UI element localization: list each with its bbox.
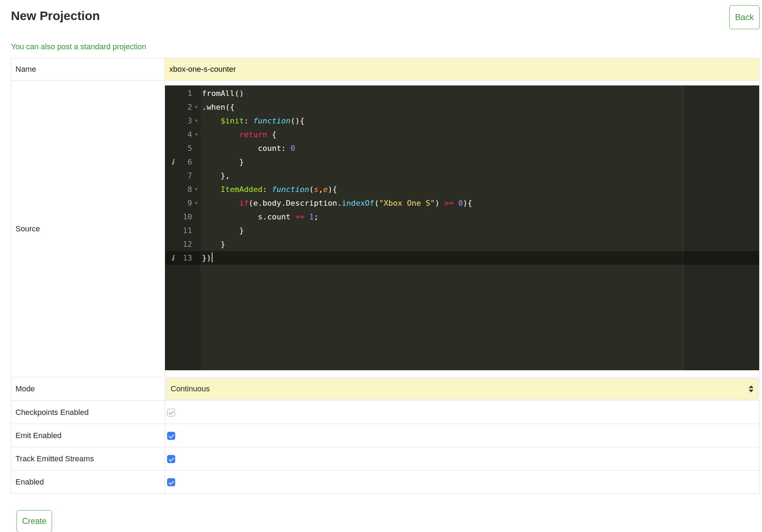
track-emitted-streams-checkbox[interactable] <box>167 455 175 463</box>
source-code-editor[interactable]: 1fromAll()2▾.when({3▾ $init: function(){… <box>165 85 759 370</box>
source-row: Source 1fromAll()2▾.when({3▾ $init: func… <box>11 81 760 377</box>
editor-line: 2▾.when({ <box>165 100 759 114</box>
gutter-cell: 1 <box>165 86 201 100</box>
editor-line: 3▾ $init: function(){ <box>165 114 759 128</box>
line-number: 6 <box>188 155 192 169</box>
fold-arrow-icon[interactable]: ▾ <box>192 182 201 196</box>
code-line: return { <box>201 128 759 141</box>
code-line: .when({ <box>201 100 759 114</box>
code-line: $init: function(){ <box>201 114 759 128</box>
create-button[interactable]: Create <box>17 510 52 532</box>
gutter-cell: 3▾ <box>165 114 201 128</box>
editor-line: 11 } <box>165 224 759 237</box>
code-line: fromAll() <box>201 86 759 100</box>
track-emitted-streams-label: Track Emitted Streams <box>11 447 165 470</box>
editor-line: 7 }, <box>165 169 759 182</box>
editor-line: 12 } <box>165 237 759 251</box>
name-row: Name <box>11 58 760 81</box>
emit-enabled-label: Emit Enabled <box>11 424 165 447</box>
checkpoints-enabled-label: Checkpoints Enabled <box>11 401 165 424</box>
editor-line: 9▾ if(e.body.Description.indexOf("Xbox O… <box>165 196 759 210</box>
fold-arrow-icon[interactable]: ▾ <box>192 114 201 128</box>
editor-line: 10 s.count += 1; <box>165 210 759 224</box>
code-line: } <box>201 237 759 251</box>
gutter-cell: 12 <box>165 237 201 251</box>
line-number: 12 <box>183 237 192 251</box>
gutter-cell: i6 <box>165 155 201 169</box>
code-line: ItemAdded: function(s,e){ <box>201 182 759 196</box>
track-emitted-streams-cell <box>165 447 760 470</box>
code-line: }) <box>201 251 759 265</box>
line-number: 4 <box>188 128 192 141</box>
mode-label: Mode <box>11 377 165 401</box>
mode-row: Mode Continuous <box>11 377 760 401</box>
track-emitted-streams-row: Track Emitted Streams <box>11 447 760 470</box>
standard-projection-link[interactable]: You can also post a standard projection <box>11 42 146 51</box>
name-input[interactable] <box>165 58 759 80</box>
line-number: 11 <box>183 224 192 237</box>
select-arrows-icon <box>749 385 754 392</box>
enabled-label: Enabled <box>11 470 165 494</box>
enabled-checkbox[interactable] <box>167 478 175 486</box>
fold-arrow-icon[interactable]: ▾ <box>192 196 201 210</box>
gutter-cell: 7 <box>165 169 201 182</box>
code-line: count: 0 <box>201 141 759 155</box>
gutter-cell: 5 <box>165 141 201 155</box>
new-projection-page: New Projection Back You can also post a … <box>0 0 762 532</box>
line-number: 5 <box>188 141 192 155</box>
line-number: 8 <box>188 182 192 196</box>
source-label: Source <box>11 81 165 377</box>
code-line: }, <box>201 169 759 182</box>
emit-enabled-cell <box>165 424 760 447</box>
editor-line: 8▾ ItemAdded: function(s,e){ <box>165 182 759 196</box>
info-icon: i <box>171 155 174 169</box>
info-icon: i <box>171 251 174 265</box>
editor-line: i6 } <box>165 155 759 169</box>
gutter-cell: 9▾ <box>165 196 201 210</box>
back-button[interactable]: Back <box>729 5 760 29</box>
editor-line: 1fromAll() <box>165 86 759 100</box>
enabled-row: Enabled <box>11 470 760 494</box>
text-cursor <box>212 252 212 262</box>
line-number: 9 <box>188 196 192 210</box>
page-title: New Projection <box>11 0 760 23</box>
name-value-cell <box>165 58 760 81</box>
line-number: 10 <box>183 210 192 224</box>
line-number: 13 <box>183 251 192 265</box>
checkpoints-enabled-cell <box>165 401 760 424</box>
editor-line: 5 count: 0 <box>165 141 759 155</box>
line-number: 2 <box>188 100 192 114</box>
editor-line: 4▾ return { <box>165 128 759 141</box>
enabled-cell <box>165 470 760 494</box>
mode-select-value: Continuous <box>171 384 210 393</box>
name-label: Name <box>11 58 165 81</box>
emit-enabled-checkbox[interactable] <box>167 432 175 440</box>
gutter-cell: 4▾ <box>165 128 201 141</box>
editor-line: i13}) <box>165 251 759 265</box>
editor-lines: 1fromAll()2▾.when({3▾ $init: function(){… <box>165 86 759 265</box>
line-number: 7 <box>188 169 192 182</box>
gutter-cell: i13 <box>165 251 201 265</box>
gutter-cell: 10 <box>165 210 201 224</box>
line-number: 1 <box>188 86 192 100</box>
code-line: } <box>201 224 759 237</box>
mode-select[interactable]: Continuous <box>166 378 758 399</box>
projection-form: Name Source 1fromAll()2▾.when({3▾ $init:… <box>11 58 760 494</box>
checkpoints-enabled-row: Checkpoints Enabled <box>11 401 760 424</box>
mode-value-cell: Continuous <box>165 377 760 401</box>
source-value-cell: 1fromAll()2▾.when({3▾ $init: function(){… <box>165 81 760 377</box>
gutter-cell: 11 <box>165 224 201 237</box>
code-line: s.count += 1; <box>201 210 759 224</box>
emit-enabled-row: Emit Enabled <box>11 424 760 447</box>
fold-arrow-icon[interactable]: ▾ <box>192 128 201 141</box>
line-number: 3 <box>188 114 192 128</box>
gutter-cell: 8▾ <box>165 182 201 196</box>
fold-arrow-icon[interactable]: ▾ <box>192 100 201 114</box>
code-line: } <box>201 155 759 169</box>
checkpoints-enabled-checkbox <box>167 409 175 417</box>
code-line: if(e.body.Description.indexOf("Xbox One … <box>201 196 759 210</box>
gutter-cell: 2▾ <box>165 100 201 114</box>
